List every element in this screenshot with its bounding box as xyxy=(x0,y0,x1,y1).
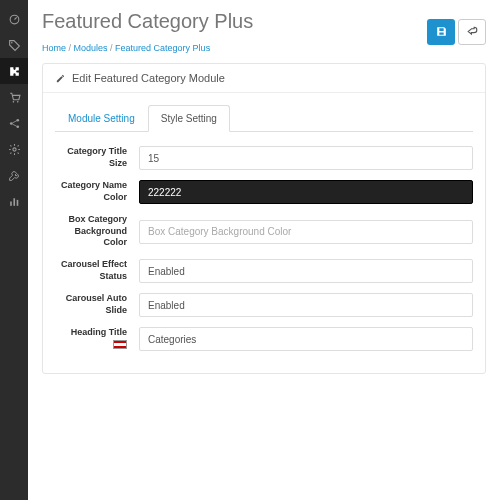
svg-rect-8 xyxy=(10,201,12,205)
save-button[interactable] xyxy=(427,19,455,45)
label-carousel-effect: Carousel Effect Status xyxy=(55,259,139,282)
breadcrumb-modules[interactable]: Modules xyxy=(74,43,108,53)
label-box-bg-color: Box Category Background Color xyxy=(55,214,139,249)
svg-point-6 xyxy=(16,125,19,128)
dashboard-icon xyxy=(8,13,21,26)
breadcrumb-home[interactable]: Home xyxy=(42,43,66,53)
breadcrumb-current: Featured Category Plus xyxy=(115,43,210,53)
svg-point-3 xyxy=(16,101,18,103)
sidebar-item-marketing[interactable] xyxy=(0,110,28,136)
share-icon xyxy=(8,117,21,130)
svg-point-1 xyxy=(10,41,12,43)
input-category-name-color[interactable]: 222222 xyxy=(139,180,473,204)
sidebar-item-reports[interactable] xyxy=(0,188,28,214)
svg-rect-10 xyxy=(16,199,18,205)
svg-point-2 xyxy=(12,101,14,103)
page-title: Featured Category Plus xyxy=(42,10,253,33)
label-category-title-size: Category Title Size xyxy=(55,146,139,169)
sidebar-item-extensions[interactable] xyxy=(0,58,28,84)
save-icon xyxy=(435,25,448,38)
panel-title: Edit Featured Category Module xyxy=(72,72,225,84)
input-category-title-size[interactable] xyxy=(139,146,473,170)
input-heading-title[interactable] xyxy=(139,327,473,351)
breadcrumb: Home / Modules / Featured Category Plus xyxy=(42,43,210,53)
sidebar-item-system[interactable] xyxy=(0,136,28,162)
edit-panel: Edit Featured Category Module Module Set… xyxy=(42,63,486,374)
label-category-name-color: Category Name Color xyxy=(55,180,139,203)
cart-icon xyxy=(8,91,21,104)
panel-heading: Edit Featured Category Module xyxy=(43,64,485,93)
label-heading-title: Heading Title xyxy=(55,327,139,350)
main-content: Featured Category Plus Home / Modules / … xyxy=(28,0,500,500)
puzzle-icon xyxy=(8,65,21,78)
select-carousel-effect[interactable]: Enabled xyxy=(139,259,473,283)
tabs: Module Setting Style Setting xyxy=(55,105,473,132)
tab-module-setting[interactable]: Module Setting xyxy=(55,105,148,132)
gear-icon xyxy=(8,143,21,156)
cancel-button[interactable] xyxy=(458,19,486,45)
label-carousel-auto: Carousel Auto Slide xyxy=(55,293,139,316)
tab-style-setting[interactable]: Style Setting xyxy=(148,105,230,132)
input-box-bg-color[interactable] xyxy=(139,220,473,244)
sidebar-item-dashboard[interactable] xyxy=(0,6,28,32)
select-carousel-auto[interactable]: Enabled xyxy=(139,293,473,317)
sidebar-item-tools[interactable] xyxy=(0,162,28,188)
sidebar-item-sales[interactable] xyxy=(0,84,28,110)
svg-point-7 xyxy=(12,147,15,150)
svg-rect-9 xyxy=(13,198,15,206)
wrench-icon xyxy=(8,169,21,182)
sidebar-item-catalog[interactable] xyxy=(0,32,28,58)
svg-point-4 xyxy=(9,122,12,125)
flag-icon xyxy=(113,340,127,349)
pencil-icon xyxy=(55,73,66,84)
tag-icon xyxy=(8,39,21,52)
stats-icon xyxy=(8,195,21,208)
sidebar xyxy=(0,0,28,500)
svg-point-5 xyxy=(16,118,19,121)
back-icon xyxy=(466,25,479,38)
